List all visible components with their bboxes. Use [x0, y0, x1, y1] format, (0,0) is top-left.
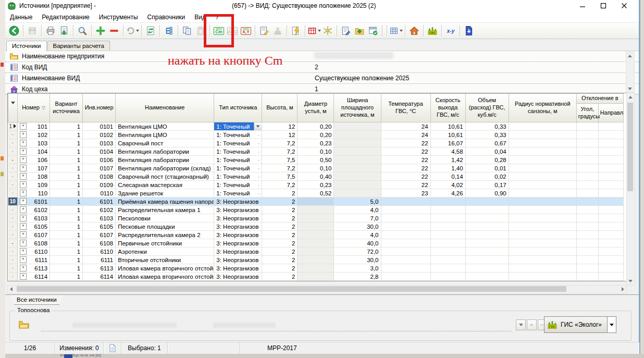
cell-d[interactable] — [298, 264, 334, 273]
table-row[interactable]: ·+10810108Сварочный пост (стационарный)⌄… — [8, 172, 624, 181]
column-header-inv[interactable]: Инв.номер — [83, 94, 116, 122]
menu-item-4[interactable]: Справочники — [143, 13, 190, 22]
cell-num[interactable]: +6110 — [18, 248, 50, 256]
scrollbar-thumb[interactable] — [627, 103, 633, 191]
cell-variant[interactable]: 1 — [50, 181, 83, 189]
cell-t[interactable] — [381, 239, 430, 248]
cell-angle[interactable] — [576, 156, 598, 164]
cell-h[interactable]: 2 — [262, 223, 298, 231]
cell-vol[interactable]: 0,33 — [465, 131, 509, 139]
table-row[interactable]: ·+611416114Иловая камера вторичного отст… — [8, 273, 624, 281]
expand-icon[interactable]: + — [20, 123, 27, 130]
cell-angle[interactable] — [576, 214, 598, 223]
cell-vol[interactable] — [465, 206, 509, 214]
cell-h[interactable]: 2 — [262, 189, 298, 197]
row-indicator[interactable]: · — [8, 214, 18, 223]
cell-radius[interactable] — [509, 273, 576, 281]
cell-d[interactable] — [298, 248, 334, 256]
gis-dropdown-button[interactable] — [607, 317, 616, 332]
row-indicator[interactable]: · — [8, 248, 18, 256]
expand-icon[interactable]: + — [20, 173, 27, 180]
column-header-h[interactable]: Высота, м — [262, 94, 298, 122]
cell-angle[interactable] — [576, 181, 598, 189]
cell-num[interactable]: +6103 — [18, 214, 50, 223]
cell-inv[interactable]: 6105 — [83, 223, 116, 231]
table-row[interactable]: 10+610116101Приёмная камера гашения напо… — [8, 197, 624, 206]
cell-num[interactable]: +107 — [18, 164, 50, 172]
cell-variant[interactable]: 1 — [50, 156, 83, 164]
cell-variant[interactable]: 1 — [50, 164, 83, 172]
cell-num[interactable]: +6107 — [18, 231, 50, 239]
cell-name[interactable]: Здание решеток — [116, 189, 214, 197]
cell-variant[interactable]: 1 — [50, 264, 83, 273]
cell-angle[interactable] — [576, 231, 598, 239]
cell-num[interactable]: +108 — [18, 172, 50, 181]
maximize-button[interactable] — [593, 0, 614, 11]
table-row[interactable]: 1+10110101Вентиляция ЦМО1: Точечный120,2… — [8, 122, 624, 131]
cell-speed[interactable] — [430, 231, 465, 239]
cell-d[interactable] — [298, 206, 334, 214]
cell-speed[interactable]: 0,14 — [430, 172, 465, 181]
chevron-down-icon[interactable] — [400, 30, 403, 32]
table-row[interactable]: ·+10910109Слесарная мастерская⌄1: Точечн… — [8, 181, 624, 189]
toolbar-export-doc-button[interactable] — [462, 24, 476, 38]
cell-dir[interactable] — [598, 122, 623, 131]
cell-radius[interactable] — [509, 131, 576, 139]
expand-icon[interactable]: + — [20, 248, 27, 255]
table-row[interactable]: ·+10410104Вентиляция лаборатории⌄1: Точе… — [8, 147, 624, 156]
cell-inv[interactable]: 0104 — [83, 147, 116, 156]
cell-d[interactable] — [298, 223, 334, 231]
topo-clear-button[interactable]: − — [527, 319, 537, 330]
cell-t[interactable] — [381, 231, 430, 239]
row-indicator[interactable]: · — [8, 172, 18, 181]
toolbar-copy-button[interactable] — [180, 24, 194, 38]
cell-h[interactable]: 2 — [262, 197, 298, 206]
cell-num[interactable]: +6114 — [18, 273, 50, 281]
cell-speed[interactable] — [430, 256, 465, 264]
row-indicator[interactable]: · — [8, 256, 18, 264]
cell-h[interactable]: 7,2 — [262, 139, 298, 147]
row-indicator[interactable]: · — [8, 223, 18, 231]
row-indicator[interactable]: - — [8, 156, 18, 164]
cell-d[interactable] — [298, 197, 334, 206]
cell-vol[interactable] — [465, 256, 509, 264]
toolbar-undo-button[interactable] — [126, 24, 139, 38]
scroll-right-icon[interactable] — [620, 286, 626, 293]
table-row[interactable]: ·+10710107Вентиляция лаборатории (склад)… — [8, 164, 624, 172]
expand-icon[interactable]: + — [20, 265, 27, 271]
cell-name[interactable]: Слесарная мастерская — [116, 181, 214, 189]
cell-t[interactable] — [381, 223, 430, 231]
cell-type-combo[interactable]: ⌄1: Точечный — [214, 172, 262, 181]
cell-variant[interactable]: 1 — [50, 256, 83, 264]
cell-type-combo[interactable]: 1: Точечный — [214, 122, 262, 131]
row-indicator[interactable]: · — [8, 164, 18, 172]
cell-w[interactable] — [334, 156, 381, 164]
cell-t[interactable]: 22 — [381, 147, 430, 156]
column-header-w[interactable]: Ширина площадного источника, м — [334, 94, 381, 122]
row-indicator[interactable]: · — [8, 147, 18, 156]
column-header-radius[interactable]: Радиус нормативной санзоны, м — [509, 94, 576, 122]
toolbar-grid-button[interactable] — [389, 24, 403, 38]
cell-h[interactable]: 2 — [262, 264, 298, 273]
scrollbar-thumb[interactable] — [17, 286, 566, 292]
cell-inv[interactable]: 0101 — [83, 122, 116, 131]
cell-h[interactable]: 2 — [262, 206, 298, 214]
cell-d[interactable]: 0,50 — [298, 156, 334, 164]
row-indicator[interactable]: · — [8, 189, 18, 197]
cell-w[interactable]: 5,0 — [334, 197, 381, 206]
cell-radius[interactable] — [509, 264, 576, 273]
cell-variant[interactable]: 1 — [50, 122, 83, 131]
scroll-up-icon[interactable] — [627, 93, 634, 101]
cell-radius[interactable] — [509, 139, 576, 147]
cell-h[interactable]: 2 — [262, 256, 298, 264]
cell-d[interactable]: 0,10 — [298, 147, 334, 156]
cell-variant[interactable]: 1 — [50, 189, 83, 197]
cell-type-combo[interactable]: ⌄1: Точечный — [214, 189, 262, 197]
cell-radius[interactable] — [509, 122, 576, 131]
cell-vol[interactable] — [465, 231, 509, 239]
cell-name[interactable]: Аэротенки — [116, 248, 214, 256]
table-row[interactable]: ·+611016110Аэротенки⌄3: Неорганизов272,0 — [8, 248, 624, 256]
cell-t[interactable]: 22 — [381, 181, 430, 189]
cell-variant[interactable]: 1 — [50, 197, 83, 206]
cell-dir[interactable] — [598, 223, 623, 231]
